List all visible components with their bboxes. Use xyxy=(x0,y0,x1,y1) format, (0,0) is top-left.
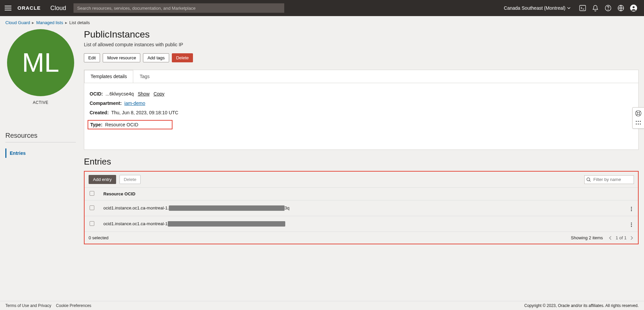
tabs-panel: Templates details Tags OCID: ...6klwycse… xyxy=(84,70,639,150)
grid-icon[interactable] xyxy=(635,119,642,126)
filter-box xyxy=(584,175,634,184)
ocid-show-link[interactable]: Show xyxy=(138,91,150,97)
sidebar: ML ACTIVE Resources Entries xyxy=(5,29,76,158)
entries-toolbar: Add entry Delete xyxy=(85,172,638,187)
ocid-cell: ocid1.instance.oc1.ca-montreal-1 xyxy=(99,216,625,232)
breadcrumb: Cloud Guard ▸ Managed lists ▸ List detai… xyxy=(0,16,644,29)
select-all-checkbox[interactable] xyxy=(90,191,94,196)
redacted-segment xyxy=(168,221,285,227)
row-menu-icon[interactable] xyxy=(630,221,633,228)
cloud-shell-icon[interactable] xyxy=(579,4,586,12)
add-tags-button[interactable]: Add tags xyxy=(143,53,169,62)
bell-icon[interactable] xyxy=(592,4,599,12)
showing-count: Showing 2 items xyxy=(571,235,603,240)
row-checkbox[interactable] xyxy=(90,205,94,210)
chevron-down-icon xyxy=(567,6,571,10)
table-footer: 0 selected Showing 2 items 1 of 1 xyxy=(85,232,638,244)
region-selector[interactable]: Canada Southeast (Montreal) xyxy=(504,5,571,11)
filter-input[interactable] xyxy=(584,175,634,184)
type-value: Resource OCID xyxy=(105,122,138,127)
life-ring-icon[interactable] xyxy=(635,110,642,117)
ocid-label: OCID: xyxy=(90,91,103,97)
edit-button[interactable]: Edit xyxy=(84,53,100,62)
tabs: Templates details Tags xyxy=(84,70,638,83)
compartment-link[interactable]: iam-demo xyxy=(125,101,145,106)
resources-heading-wrap: Resources xyxy=(5,132,76,142)
delete-button[interactable]: Delete xyxy=(172,53,193,62)
tab-body: OCID: ...6klwycse4q Show Copy Compartmen… xyxy=(84,83,638,149)
compartment-label: Compartment: xyxy=(90,101,122,106)
col-resource-ocid: Resource OCID xyxy=(99,188,625,200)
page-description: List of allowed compute instances with p… xyxy=(84,42,639,47)
ocid-value: ...6klwycse4q xyxy=(106,91,134,97)
pager: 1 of 1 xyxy=(608,235,634,240)
help-icon[interactable] xyxy=(604,4,612,12)
entries-heading: Entries xyxy=(84,157,639,167)
delete-entry-button[interactable]: Delete xyxy=(119,175,141,184)
entries-highlight-box: Add entry Delete Resource OCID xyxy=(84,171,639,244)
svg-point-14 xyxy=(638,124,639,125)
add-entry-button[interactable]: Add entry xyxy=(89,175,116,184)
breadcrumb-sep: ▸ xyxy=(65,20,67,25)
compartment-row: Compartment: iam-demo xyxy=(90,101,633,106)
ocid-row: OCID: ...6klwycse4q Show Copy xyxy=(90,91,633,97)
resources-heading: Resources xyxy=(5,132,76,139)
svg-point-13 xyxy=(636,124,637,125)
svg-point-8 xyxy=(636,111,641,116)
table-row: ocid1.instance.oc1.ca-montreal-1.3q xyxy=(85,200,638,216)
svg-point-10 xyxy=(636,121,637,122)
prev-page-icon[interactable] xyxy=(608,236,613,240)
breadcrumb-current: List details xyxy=(69,20,90,25)
breadcrumb-sep: ▸ xyxy=(32,20,34,25)
svg-point-15 xyxy=(640,124,641,125)
row-menu-icon[interactable] xyxy=(630,205,633,212)
row-checkbox[interactable] xyxy=(90,221,94,226)
sidebar-item-entries[interactable]: Entries xyxy=(5,148,76,158)
globe-icon[interactable] xyxy=(617,4,625,12)
resources-list: Entries xyxy=(5,148,76,158)
breadcrumb-link-managedlists[interactable]: Managed lists xyxy=(36,20,63,25)
action-row: Edit Move resource Add tags Delete xyxy=(84,53,639,62)
svg-point-11 xyxy=(638,121,639,122)
topbar-icons xyxy=(579,4,637,12)
created-row: Created: Thu, Jun 8, 2023, 09:18:10 UTC xyxy=(90,110,633,115)
search-wrap xyxy=(73,3,284,13)
svg-text:ORACLE: ORACLE xyxy=(17,5,41,11)
next-page-icon[interactable] xyxy=(629,236,634,240)
table-row: ocid1.instance.oc1.ca-montreal-1 xyxy=(85,216,638,232)
menu-icon[interactable] xyxy=(3,3,13,13)
svg-point-12 xyxy=(640,121,641,122)
svg-rect-1 xyxy=(580,5,586,11)
svg-point-9 xyxy=(637,112,640,115)
status-badge: ACTIVE xyxy=(5,100,76,105)
logo-cloud-text: Cloud xyxy=(50,5,66,12)
floating-help-panel xyxy=(632,107,644,129)
main: PublicInstances List of allowed compute … xyxy=(84,29,639,244)
selected-count: 0 selected xyxy=(89,235,108,240)
type-highlight-box: Type: Resource OCID xyxy=(88,120,172,129)
entries-table: Resource OCID ocid1.instance.oc1.ca-mont… xyxy=(85,187,638,232)
type-label: Type: xyxy=(90,122,102,127)
redacted-segment xyxy=(169,205,285,211)
tab-templates-details[interactable]: Templates details xyxy=(84,70,133,83)
page-title: PublicInstances xyxy=(84,29,639,40)
search-icon xyxy=(586,177,591,182)
search-input[interactable] xyxy=(73,3,284,13)
page-indicator: 1 of 1 xyxy=(615,235,627,240)
ocid-cell: ocid1.instance.oc1.ca-montreal-1.3q xyxy=(99,200,625,216)
svg-point-7 xyxy=(587,178,590,181)
created-label: Created: xyxy=(90,110,109,115)
region-label: Canada Southeast (Montreal) xyxy=(504,5,565,11)
created-value: Thu, Jun 8, 2023, 09:18:10 UTC xyxy=(111,110,178,115)
logo[interactable]: ORACLE Cloud xyxy=(17,5,66,12)
svg-point-3 xyxy=(608,9,608,10)
breadcrumb-link-cloudguard[interactable]: Cloud Guard xyxy=(5,20,30,25)
svg-point-6 xyxy=(633,6,635,8)
move-resource-button[interactable]: Move resource xyxy=(103,53,140,62)
resource-avatar: ML xyxy=(7,29,74,96)
profile-icon[interactable] xyxy=(630,4,637,12)
ocid-copy-link[interactable]: Copy xyxy=(153,91,164,97)
topbar: ORACLE Cloud Canada Southeast (Montreal) xyxy=(0,0,644,16)
tab-tags[interactable]: Tags xyxy=(133,70,156,83)
